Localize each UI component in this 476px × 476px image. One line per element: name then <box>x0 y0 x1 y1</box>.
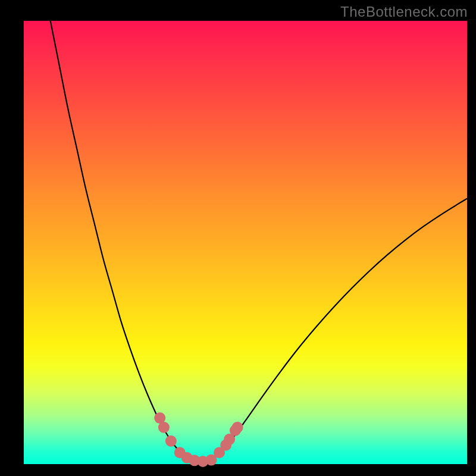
curve-marker <box>165 436 177 447</box>
valley-markers <box>154 412 243 467</box>
curve-marker <box>232 422 243 433</box>
chart-svg <box>24 21 467 464</box>
left-curve <box>51 21 184 455</box>
plot-area <box>24 21 467 464</box>
curve-marker <box>158 422 170 433</box>
right-curve <box>219 199 467 453</box>
watermark-text: TheBottleneck.com <box>340 4 468 20</box>
chart-frame: TheBottleneck.com <box>0 0 476 476</box>
